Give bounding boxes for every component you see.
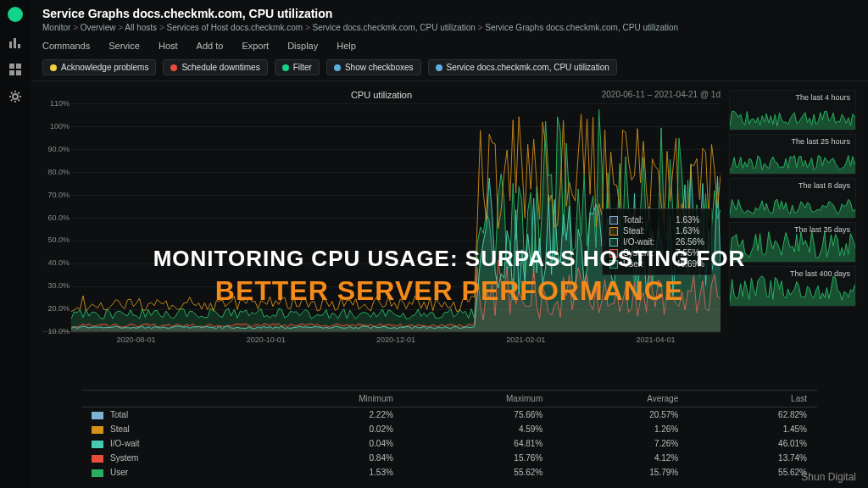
- menu-item[interactable]: Host: [159, 41, 178, 51]
- filter-button[interactable]: Filter: [275, 59, 320, 75]
- crumb[interactable]: Service docs.checkmk.com, CPU utilizatio…: [313, 23, 486, 32]
- menu-item[interactable]: Export: [242, 41, 269, 51]
- svg-point-7: [13, 94, 18, 99]
- table-row: Steal0.02%4.59%1.26%1.45%: [81, 422, 817, 436]
- thumbnail[interactable]: The last 4 hours: [729, 90, 856, 130]
- crumb[interactable]: Monitor: [42, 23, 81, 32]
- logo-icon[interactable]: [8, 7, 23, 22]
- svg-rect-2: [18, 44, 20, 48]
- svg-rect-1: [14, 38, 16, 48]
- menu-item[interactable]: Commands: [42, 41, 90, 51]
- checkboxes-button[interactable]: Show checkboxes: [326, 59, 421, 75]
- x-axis: 2020-08-012020-10-012020-12-012021-02-01…: [42, 332, 721, 344]
- svg-marker-13: [730, 199, 856, 219]
- svg-rect-4: [16, 64, 21, 69]
- menu-item[interactable]: Service: [108, 41, 140, 51]
- crumb[interactable]: Services of Host docs.checkmk.com: [167, 23, 313, 32]
- menu-item[interactable]: Help: [337, 41, 356, 51]
- summary-table: MinimumMaximumAverageLastTotal2.22%75.66…: [31, 385, 868, 488]
- col-header: [81, 391, 260, 408]
- table-row: User1.53%55.62%15.79%55.62%: [81, 465, 817, 480]
- header: Service Graphs docs.checkmk.com, CPU uti…: [31, 0, 868, 37]
- watermark: Shun Digital: [801, 471, 856, 483]
- table-row: Total2.22%75.66%20.57%62.82%: [81, 408, 817, 423]
- breadcrumb: MonitorOverviewAll hostsServices of Host…: [42, 23, 856, 32]
- svg-rect-3: [9, 64, 14, 69]
- gear-icon[interactable]: [8, 90, 22, 103]
- apps-icon[interactable]: [8, 63, 22, 76]
- menu-item[interactable]: Add to: [197, 41, 224, 51]
- svg-rect-5: [9, 70, 14, 75]
- svg-rect-6: [16, 70, 21, 75]
- page-title: Service Graphs docs.checkmk.com, CPU uti…: [42, 7, 856, 20]
- service-link-button[interactable]: Service docs.checkmk.com, CPU utilizatio…: [428, 59, 617, 75]
- date-range: 2020-06-11 – 2021-04-21 @ 1d: [602, 90, 721, 99]
- schedule-button[interactable]: Schedule downtimes: [163, 59, 267, 75]
- crumb[interactable]: All hosts: [125, 23, 166, 32]
- thumbnail[interactable]: The last 25 hours: [729, 134, 856, 175]
- menubar: CommandsServiceHostAdd toExportDisplayHe…: [31, 37, 868, 54]
- crumb[interactable]: Overview: [81, 23, 125, 32]
- sidebar: [0, 0, 31, 488]
- thumbnail[interactable]: The last 8 days: [729, 178, 856, 219]
- svg-rect-0: [9, 42, 12, 48]
- monitor-icon[interactable]: [8, 36, 22, 49]
- crumb[interactable]: Service Graphs docs.checkmk.com, CPU uti…: [485, 23, 678, 32]
- col-header: Maximum: [403, 391, 553, 408]
- col-header: Last: [688, 391, 817, 408]
- table-row: I/O-wait0.04%64.81%7.26%46.01%: [81, 436, 817, 451]
- col-header: Average: [553, 391, 688, 408]
- ack-button[interactable]: Acknowledge problems: [42, 59, 156, 75]
- table-row: System0.84%15.76%4.12%13.74%: [81, 451, 817, 465]
- svg-marker-12: [730, 155, 856, 175]
- overlay-title: MONITORING CPU USAGE: SURPASS HOSTING FO…: [31, 220, 868, 332]
- toolbar: Acknowledge problems Schedule downtimes …: [31, 54, 868, 81]
- col-header: Minimum: [260, 391, 403, 408]
- menu-item[interactable]: Display: [287, 41, 318, 51]
